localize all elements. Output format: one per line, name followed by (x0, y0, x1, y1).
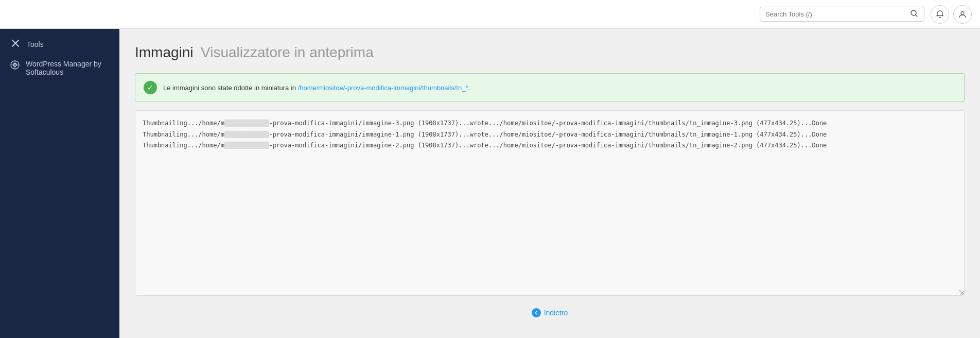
resize-handle-icon: ⤡ (958, 289, 964, 295)
user-icon (958, 10, 967, 19)
tools-icon (10, 39, 21, 49)
sidebar: c Panel Tools W (0, 0, 119, 338)
main-content: Immagini Visualizzatore in anteprima ✓ L… (119, 29, 980, 338)
search-icon-button[interactable] (909, 10, 919, 19)
success-alert: ✓ Le immagini sono state ridotte in mini… (135, 73, 965, 102)
back-button[interactable]: Indietro (532, 308, 568, 317)
sidebar-item-tools[interactable]: Tools (0, 34, 119, 55)
sidebar-item-wordpress[interactable]: WordPress Manager by Softaculous (0, 55, 119, 81)
search-input[interactable] (765, 10, 909, 18)
log-container: Thumbnailing.../home/m████████████-prova… (135, 110, 965, 296)
svg-line-1 (916, 15, 917, 16)
sidebar-item-tools-label: Tools (27, 40, 44, 48)
log-line-1: Thumbnailing.../home/m████████████-prova… (143, 118, 957, 129)
page-title: Immagini (135, 44, 194, 60)
success-icon: ✓ (144, 81, 157, 94)
sidebar-item-wordpress-label: WordPress Manager by Softaculous (26, 60, 109, 76)
alert-success-text: Le immagini sono state ridotte in miniat… (163, 84, 470, 92)
log-area: Thumbnailing.../home/m████████████-prova… (135, 110, 965, 296)
search-container (760, 7, 924, 22)
user-menu-button[interactable] (953, 5, 972, 24)
wordpress-icon (10, 60, 20, 72)
search-icon (911, 10, 918, 17)
alert-text-before-link: Le immagini sono state ridotte in miniat… (163, 84, 298, 92)
search-box (760, 7, 924, 22)
notifications-button[interactable] (931, 5, 949, 24)
alert-text-after-link: . (468, 84, 470, 92)
log-line-2: Thumbnailing.../home/m████████████-prova… (143, 129, 957, 141)
bell-icon (936, 10, 944, 19)
header-icons (931, 5, 972, 24)
page-title-section: Immagini Visualizzatore in anteprima (135, 44, 965, 61)
back-button-label: Indietro (544, 309, 568, 317)
sidebar-navigation: Tools WordPress Manager by Softaculous (0, 29, 119, 87)
page-subtitle: Visualizzatore in anteprima (201, 44, 374, 60)
back-section: Indietro (135, 308, 965, 328)
top-header (0, 0, 980, 29)
svg-point-2 (961, 11, 964, 14)
log-line-3: Thumbnailing.../home/m████████████-prova… (143, 140, 957, 151)
back-icon (532, 308, 541, 317)
alert-link[interactable]: /home/miositoe/-prova-modifica-immagini/… (298, 84, 468, 92)
